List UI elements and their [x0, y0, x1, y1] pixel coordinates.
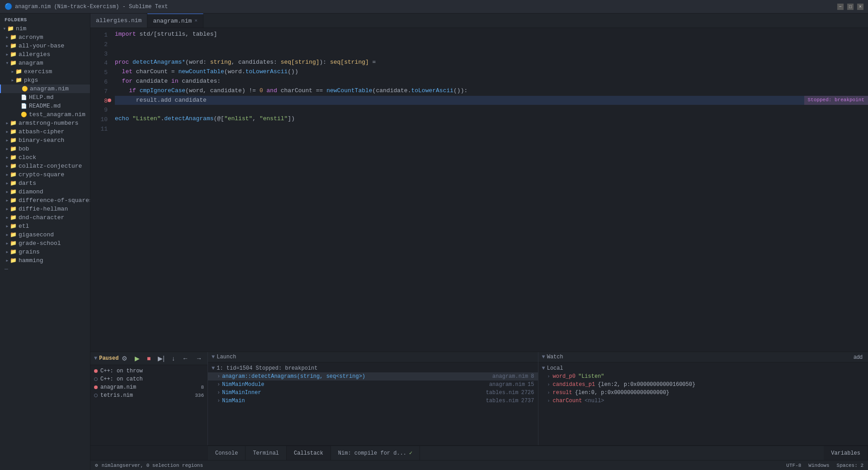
var-value-word: "Listen": [578, 373, 604, 380]
sidebar-item-diff-squares[interactable]: 📁 difference-of-squares: [0, 196, 90, 205]
sidebar-item-help-md[interactable]: 📄 HELP.md: [0, 93, 90, 102]
grains-arrow: [5, 249, 10, 254]
watch-panel: ▼ Watch add ▼ Local › word_p0: [538, 352, 868, 445]
test-anagram-nim-label: test_anagram.nim: [29, 111, 85, 118]
window-controls[interactable]: − □ ×: [837, 4, 863, 10]
sidebar-item-all-your-base[interactable]: 📁 all-your-base: [0, 42, 90, 50]
local-section-header[interactable]: ▼ Local: [538, 364, 868, 372]
code-line-10: echo "Listen".detectAnagrams(@["enlist",…: [115, 114, 868, 124]
sidebar-item-anagram-nim[interactable]: 🟡 anagram.nim: [0, 85, 90, 93]
code-editor[interactable]: 1 2 3 4 5 6 7 8 9 10 11 import std/[stru…: [90, 28, 868, 352]
tab-allergies[interactable]: allergies.nim: [90, 14, 147, 28]
sidebar-item-test-anagram-nim[interactable]: 🟡 test_anagram.nim: [0, 110, 90, 119]
sidebar-item-armstrong[interactable]: 📁 armstrong-numbers: [0, 119, 90, 127]
sidebar-item-diamond[interactable]: 📁 diamond: [0, 188, 90, 196]
etl-folder-icon: 📁: [10, 223, 17, 230]
dnd-folder-icon: 📁: [10, 214, 17, 221]
tab-nim-compile[interactable]: Nim: compile for d... ✓: [331, 446, 420, 460]
sidebar-item-bob[interactable]: 📁 bob: [0, 145, 90, 153]
step-over-button[interactable]: ▶|: [156, 354, 166, 363]
minimize-button[interactable]: −: [837, 4, 844, 10]
stack-frame-2[interactable]: › NimMainInner tables.nim 2726: [208, 389, 538, 397]
paused-collapse-icon[interactable]: ▼: [94, 355, 97, 362]
tab-callstack[interactable]: Callstack: [287, 446, 331, 460]
left-tab-area: [90, 446, 208, 460]
sidebar-item-atbash[interactable]: 📁 atbash-cipher: [0, 127, 90, 136]
diff-squares-arrow: [5, 198, 10, 203]
maximize-button[interactable]: □: [847, 4, 854, 10]
tab-variables[interactable]: Variables: [824, 446, 868, 460]
tab-anagram[interactable]: anagram.nim ×: [147, 14, 203, 28]
settings-button[interactable]: ⚙: [120, 354, 129, 363]
crypto-arrow: [5, 172, 10, 177]
thread-cpp-catch[interactable]: C++: on catch: [90, 375, 208, 383]
clock-folder-icon: 📁: [10, 154, 17, 161]
sidebar-item-dnd[interactable]: 📁 dnd-character: [0, 213, 90, 222]
line-num-6: 6: [90, 78, 108, 87]
var-word-p0: › word_p0 "Listen": [538, 372, 868, 381]
grade-label: grade-school: [19, 240, 61, 247]
callstack-panel: ▼ Launch ▼ 1: tid=1504 Stopped: breakpoi…: [208, 352, 538, 445]
title-bar: 🔵 anagram.nim (Nim-track-Exercism) - Sub…: [0, 0, 868, 14]
folders-header: FOLDERS: [0, 14, 90, 24]
step-forward-button[interactable]: →: [194, 354, 204, 363]
sidebar-item-grains[interactable]: 📁 grains: [0, 248, 90, 256]
grade-folder-icon: 📁: [10, 240, 17, 247]
sidebar-item-gigasecond[interactable]: 📁 gigasecond: [0, 230, 90, 239]
thread-anagram-nim[interactable]: anagram.nim 8: [90, 383, 208, 391]
sidebar-item-acronym[interactable]: 📁 acronym: [0, 33, 90, 42]
line-num-10: 10: [90, 115, 108, 125]
sidebar-item-exercism[interactable]: 📁 exercism: [0, 67, 90, 76]
sidebar-item-diffie[interactable]: 📁 diffie-hellman: [0, 205, 90, 213]
var-arrow-1: ›: [547, 374, 550, 379]
sidebar-item-more: —: [0, 265, 90, 273]
code-line-11: [115, 124, 868, 133]
ayb-label: all-your-base: [19, 42, 64, 49]
step-back-button[interactable]: ←: [180, 354, 190, 363]
close-button[interactable]: ×: [857, 4, 863, 10]
stopped-badge: Stopped: breakpoint: [804, 96, 868, 105]
sidebar-item-hamming[interactable]: 📁 hamming: [0, 256, 90, 265]
resume-button[interactable]: ▶: [133, 354, 142, 363]
code-line-8: result.add candidate Stopped: breakpoint: [115, 96, 868, 105]
tab-nim-compile-label: Nim: compile for d...: [338, 450, 406, 456]
sidebar-item-darts[interactable]: 📁 darts: [0, 179, 90, 188]
watch-collapse-icon[interactable]: ▼: [542, 354, 545, 360]
callstack-collapse-icon[interactable]: ▼: [212, 354, 215, 360]
sidebar-item-collatz[interactable]: 📁 collatz-conjecture: [0, 162, 90, 170]
stack-header-arrow: ▼: [212, 365, 215, 371]
sidebar-item-allergies[interactable]: 📁 allergies: [0, 50, 90, 59]
sidebar-item-crypto[interactable]: 📁 crypto-square: [0, 170, 90, 179]
sidebar-item-nim[interactable]: 📁 nim: [0, 24, 90, 33]
tab-anagram-close[interactable]: ×: [194, 18, 198, 24]
stop-button[interactable]: ■: [145, 354, 152, 363]
step-down-button[interactable]: ↓: [170, 354, 177, 363]
sidebar-item-etl[interactable]: 📁 etl: [0, 222, 90, 230]
thread-tetris-nim[interactable]: tetris.nim 336: [90, 391, 208, 400]
sidebar-item-readme-md[interactable]: 📄 README.md: [0, 102, 90, 110]
stack-frame-3[interactable]: › NimMain tables.nim 2737: [208, 397, 538, 405]
stack-frame-1[interactable]: › NimMainModule anagram.nim 15: [208, 381, 538, 389]
debug-controls: ⚙ ▶ ■ ▶| ↓ ← →: [120, 354, 204, 363]
gigasecond-label: gigasecond: [19, 231, 54, 238]
watch-add-button[interactable]: add: [852, 354, 864, 360]
breakpoint-dot: [108, 99, 111, 102]
allergies-label: allergies: [19, 51, 50, 58]
bottom-tabs-row: Console Terminal Callstack Nim: compile …: [90, 445, 868, 460]
sidebar-item-anagram[interactable]: 📁 anagram: [0, 59, 90, 67]
stack-line-3: 2737: [521, 398, 534, 404]
sidebar-item-clock[interactable]: 📁 clock: [0, 153, 90, 162]
code-line-6: for candidate in candidates:: [115, 77, 868, 86]
thread-name-cpp-throw: C++: on throw: [100, 368, 143, 374]
thread-count-tetris: 336: [195, 393, 204, 398]
stack-frame-0[interactable]: › anagram::detectAnagrams(string, seq<st…: [208, 372, 538, 381]
sidebar-item-pkgs[interactable]: 📁 pkgs: [0, 76, 90, 85]
tab-terminal[interactable]: Terminal: [245, 446, 287, 460]
line-num-8: 8: [90, 97, 108, 106]
code-content: 1 2 3 4 5 6 7 8 9 10 11 import std/[stru…: [90, 28, 868, 136]
tab-console[interactable]: Console: [208, 446, 245, 460]
thread-cpp-throw[interactable]: C++: on throw: [90, 367, 208, 375]
sidebar-item-binary-search[interactable]: 📁 binary-search: [0, 136, 90, 145]
sidebar-item-grade-school[interactable]: 📁 grade-school: [0, 239, 90, 248]
stack-line-0: 8: [531, 373, 534, 380]
